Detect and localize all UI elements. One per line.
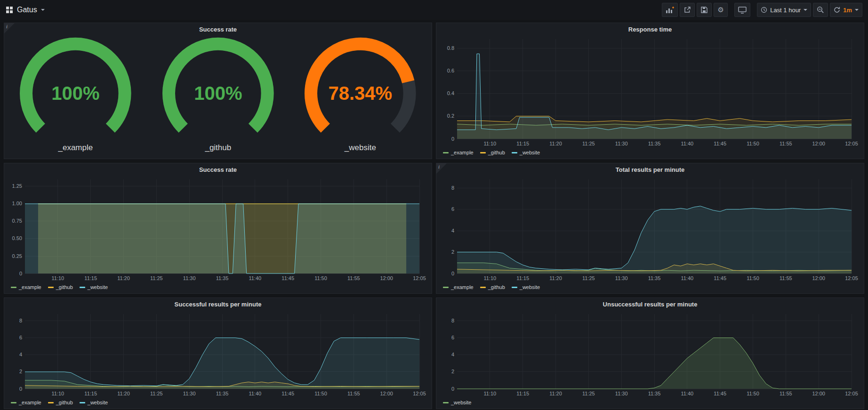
svg-text:12:05: 12:05	[845, 275, 858, 281]
series-color-swatch	[11, 402, 16, 403]
legend-item-_example[interactable]: _example	[11, 400, 41, 405]
svg-text:0: 0	[19, 386, 22, 392]
gauge-_website[interactable]: 78.34%_website	[289, 35, 432, 159]
chart-legend: _example_github_website	[7, 283, 429, 292]
legend-item-_website[interactable]: _website	[512, 150, 540, 155]
legend-item-_example[interactable]: _example	[443, 150, 474, 155]
legend-label: _github	[488, 150, 505, 155]
svg-text:12:00: 12:00	[812, 391, 825, 396]
gauge-value: 100%	[194, 83, 242, 104]
legend-item-_example[interactable]: _example	[443, 284, 474, 290]
legend-label: _website	[520, 284, 540, 290]
svg-text:0.2: 0.2	[447, 113, 454, 119]
legend-item-_github[interactable]: _github	[480, 284, 505, 290]
chart-response-time[interactable]: 00.20.40.60.811:1011:1511:2011:2511:3011…	[439, 35, 861, 148]
legend-item-_website[interactable]: _website	[512, 284, 540, 290]
svg-text:0: 0	[451, 136, 454, 142]
share-button[interactable]	[680, 3, 695, 17]
series-color-swatch	[512, 152, 517, 153]
svg-text:11:55: 11:55	[780, 275, 792, 281]
series-color-swatch	[512, 287, 517, 288]
svg-text:12:00: 12:00	[812, 275, 825, 281]
navbar-right: ⚙ Last 1 hour 1m	[660, 3, 862, 17]
legend-item-_website[interactable]: _website	[443, 400, 471, 405]
svg-text:11:35: 11:35	[648, 141, 661, 146]
settings-button[interactable]: ⚙	[714, 3, 728, 17]
svg-text:11:30: 11:30	[615, 391, 628, 396]
legend-item-_example[interactable]: _example	[11, 284, 41, 290]
panel-title[interactable]: Success rate	[4, 23, 432, 35]
add-panel-icon	[666, 6, 674, 14]
gauge-value: 78.34%	[329, 83, 393, 104]
legend-label: _example	[451, 150, 474, 155]
svg-text:11:20: 11:20	[117, 391, 130, 396]
svg-text:12:05: 12:05	[413, 391, 426, 396]
dashboards-grid-icon[interactable]	[6, 6, 13, 14]
chart-unsuccessful-results-per-minute[interactable]: 0246811:1011:1511:2011:2511:3011:3511:40…	[439, 310, 861, 398]
panel-title[interactable]: Total results per minute	[436, 163, 864, 176]
gauge-row: 100%_example100%_github78.34%_website	[4, 35, 432, 159]
svg-text:11:30: 11:30	[615, 275, 628, 281]
panel-response-time: Response time 00.20.40.60.811:1011:1511:…	[436, 23, 864, 159]
navbar: Gatus ⚙	[0, 0, 868, 20]
legend-item-_github[interactable]: _github	[480, 150, 505, 155]
dashboard-title[interactable]: Gatus	[17, 6, 37, 14]
svg-text:11:40: 11:40	[681, 141, 693, 146]
svg-text:11:45: 11:45	[714, 275, 726, 281]
panel-info-icon[interactable]: i	[436, 163, 447, 174]
legend-label: _github	[56, 400, 73, 405]
svg-text:6: 6	[19, 335, 22, 340]
gauge-label: _website	[344, 143, 376, 152]
refresh-button[interactable]: 1m	[830, 3, 862, 17]
add-panel-button[interactable]	[662, 3, 678, 17]
panel-title[interactable]: Success rate	[4, 163, 432, 176]
legend-item-_github[interactable]: _github	[48, 400, 73, 405]
svg-text:11:20: 11:20	[549, 275, 562, 281]
svg-text:11:50: 11:50	[314, 275, 327, 281]
chart-total-results-per-minute[interactable]: 0246811:1011:1511:2011:2511:3011:3511:40…	[439, 176, 861, 283]
legend-item-_github[interactable]: _github	[48, 284, 73, 290]
svg-text:11:15: 11:15	[84, 275, 97, 281]
time-range-caret-down-icon	[804, 9, 807, 11]
svg-text:4: 4	[19, 352, 22, 357]
gauge-_example[interactable]: 100%_example	[4, 35, 147, 159]
panel-unsuccessful-results-per-minute: Unsuccessful results per minute 0246811:…	[436, 297, 864, 409]
svg-text:11:50: 11:50	[314, 391, 327, 396]
chart-successful-results-per-minute[interactable]: 0246811:1011:1511:2011:2511:3011:3511:40…	[7, 310, 429, 398]
svg-text:11:15: 11:15	[516, 141, 529, 146]
series-color-swatch	[48, 402, 54, 403]
svg-text:8: 8	[451, 318, 454, 323]
save-button[interactable]	[697, 3, 712, 17]
svg-text:11:45: 11:45	[714, 141, 726, 146]
legend-item-_website[interactable]: _website	[80, 284, 108, 290]
svg-text:0.50: 0.50	[12, 235, 22, 241]
svg-text:11:55: 11:55	[347, 391, 360, 396]
time-range-picker-button[interactable]: Last 1 hour	[757, 3, 811, 17]
panel-title[interactable]: Response time	[436, 23, 864, 35]
cycle-view-button[interactable]	[734, 3, 750, 17]
svg-text:1.25: 1.25	[12, 183, 22, 189]
legend-label: _website	[88, 400, 108, 405]
gauge-value: 100%	[51, 83, 99, 104]
panel-title[interactable]: Unsuccessful results per minute	[436, 298, 864, 310]
panel-total-results-per-minute: i Total results per minute 0246811:1011:…	[436, 163, 864, 294]
svg-text:2: 2	[19, 369, 22, 374]
chart-success-rate[interactable]: 00.250.500.751.001.2511:1011:1511:2011:2…	[7, 176, 429, 283]
legend-item-_website[interactable]: _website	[80, 400, 108, 405]
navbar-left: Gatus	[6, 6, 45, 14]
panel-info-icon[interactable]: i	[4, 23, 15, 33]
svg-text:0.4: 0.4	[447, 90, 454, 96]
svg-text:11:45: 11:45	[281, 391, 294, 396]
svg-text:8: 8	[451, 185, 454, 191]
svg-text:12:00: 12:00	[380, 275, 393, 281]
svg-text:11:45: 11:45	[714, 391, 726, 396]
chart-legend: _website	[439, 398, 861, 408]
gauge-_github[interactable]: 100%_github	[147, 35, 289, 159]
svg-text:0.75: 0.75	[12, 218, 22, 224]
series-color-swatch	[480, 287, 486, 288]
panel-title[interactable]: Successful results per minute	[4, 298, 432, 310]
zoom-out-button[interactable]	[813, 3, 828, 17]
dashboard-grid: i Success rate 100%_example100%_github78…	[0, 20, 868, 410]
svg-text:11:40: 11:40	[681, 275, 693, 281]
dashboard-title-caret-down-icon[interactable]	[41, 9, 45, 11]
